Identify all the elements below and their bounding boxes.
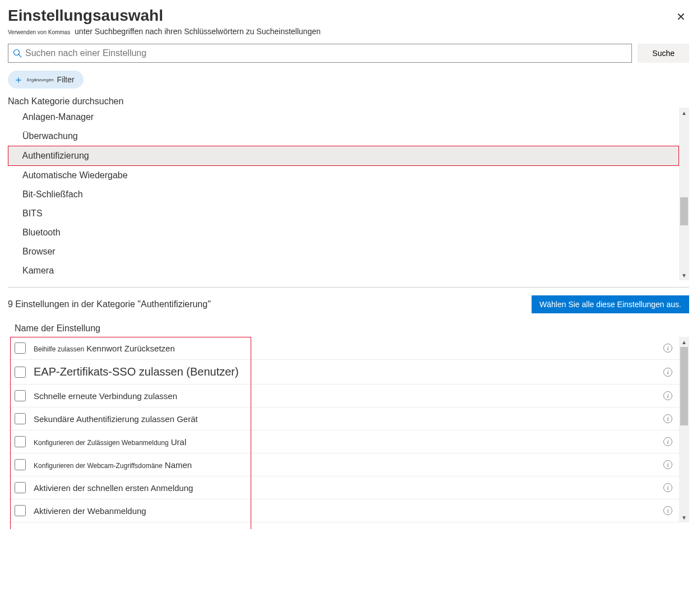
category-item[interactable]: Bit-Schließfach <box>8 185 679 204</box>
scroll-thumb[interactable] <box>680 347 688 425</box>
filter-small-label: Ergänzungen <box>27 77 54 82</box>
browse-heading: Nach Kategorie durchsuchen <box>8 96 689 106</box>
column-header-name: Name der Einstellung <box>8 323 689 334</box>
info-icon[interactable]: i <box>663 391 672 400</box>
setting-checkbox[interactable] <box>15 413 26 424</box>
category-scrollbar[interactable]: ▲ ▼ <box>679 108 689 280</box>
setting-row: Aktivieren der Webanmeldungi <box>8 499 679 522</box>
setting-label: Beihilfe zulassen Kennwort Zurücksetzen <box>34 344 663 353</box>
setting-checkbox[interactable] <box>15 436 26 447</box>
results-count: 9 Einstellungen in der Kategorie "Authen… <box>8 299 211 309</box>
filter-label: Filter <box>57 75 75 84</box>
close-icon[interactable]: ✕ <box>673 7 689 27</box>
info-icon[interactable]: i <box>663 344 672 353</box>
search-input-wrapper[interactable] <box>8 44 632 63</box>
plus-icon: ＋ <box>13 73 24 86</box>
setting-checkbox[interactable] <box>15 367 26 378</box>
setting-checkbox[interactable] <box>15 342 26 354</box>
info-icon[interactable]: i <box>663 460 672 469</box>
page-title: Einstellungsauswahl <box>8 7 163 25</box>
setting-label: Sekundäre Authentifizierung zulassen Ger… <box>34 414 663 424</box>
svg-point-0 <box>14 50 20 55</box>
info-icon[interactable]: i <box>663 414 672 423</box>
category-list: Anlagen-ManagerÜberwachungAuthentifizier… <box>8 108 679 280</box>
setting-label: Schnelle erneute Verbindung zulassen <box>34 391 663 401</box>
info-icon[interactable]: i <box>663 368 672 377</box>
setting-row: Aktivieren der schnellen ersten Anmeldun… <box>8 476 679 499</box>
setting-label: Aktivieren der schnellen ersten Anmeldun… <box>34 483 663 493</box>
search-button[interactable]: Suche <box>638 44 689 63</box>
category-item[interactable]: Kamera <box>8 261 679 280</box>
info-icon[interactable]: i <box>663 506 672 515</box>
setting-label: Konfigurieren der Zulässigen Webanmeldun… <box>34 437 663 447</box>
search-input[interactable] <box>22 44 627 62</box>
category-item[interactable]: BITS <box>8 204 679 223</box>
scroll-down-icon[interactable]: ▼ <box>679 270 689 280</box>
category-item[interactable]: Browser <box>8 242 679 261</box>
add-filter-button[interactable]: ＋ Ergänzungen Filter <box>8 71 84 89</box>
divider <box>8 287 689 288</box>
setting-row: EAP-Zertifikats-SSO zulassen (Benutzer)i <box>8 360 679 385</box>
search-icon <box>13 49 22 58</box>
setting-row: Sekundäre Authentifizierung zulassen Ger… <box>8 407 679 430</box>
page-subtitle: Verwenden von Kommas unter Suchbegriffen… <box>8 27 689 36</box>
setting-checkbox[interactable] <box>15 505 26 516</box>
category-item[interactable]: Automatische Wiedergabe <box>8 166 679 185</box>
scroll-up-icon[interactable]: ▲ <box>679 108 689 118</box>
category-item[interactable]: Überwachung <box>8 127 679 146</box>
setting-label: EAP-Zertifikats-SSO zulassen (Benutzer) <box>34 365 663 378</box>
setting-row: Schnelle erneute Verbindung zulasseni <box>8 385 679 407</box>
category-item[interactable]: Authentifizierung <box>8 146 679 166</box>
setting-label: Aktivieren der Webanmeldung <box>34 506 663 516</box>
scroll-thumb[interactable] <box>680 197 688 225</box>
setting-checkbox[interactable] <box>15 459 26 470</box>
setting-row: Beihilfe zulassen Kennwort Zurücksetzeni <box>8 337 679 360</box>
category-item[interactable]: Bluetooth <box>8 223 679 242</box>
setting-checkbox[interactable] <box>15 390 26 401</box>
scroll-up-icon[interactable]: ▲ <box>679 337 689 347</box>
svg-line-1 <box>19 54 21 57</box>
setting-label: Konfigurieren der Webcam-Zugriffsdomäne … <box>34 460 663 470</box>
setting-checkbox[interactable] <box>15 482 26 493</box>
select-all-button[interactable]: Wählen Sie alle diese Einstellungen aus. <box>532 295 689 313</box>
setting-row: Konfigurieren der Zulässigen Webanmeldun… <box>8 430 679 453</box>
category-item[interactable]: Anlagen-Manager <box>8 108 679 127</box>
scroll-down-icon[interactable]: ▼ <box>679 512 689 522</box>
settings-scrollbar[interactable]: ▲ ▼ <box>679 337 689 522</box>
settings-list: Beihilfe zulassen Kennwort Zurücksetzeni… <box>8 337 679 522</box>
info-icon[interactable]: i <box>663 483 672 492</box>
setting-row: Konfigurieren der Webcam-Zugriffsdomäne … <box>8 453 679 476</box>
info-icon[interactable]: i <box>663 437 672 446</box>
